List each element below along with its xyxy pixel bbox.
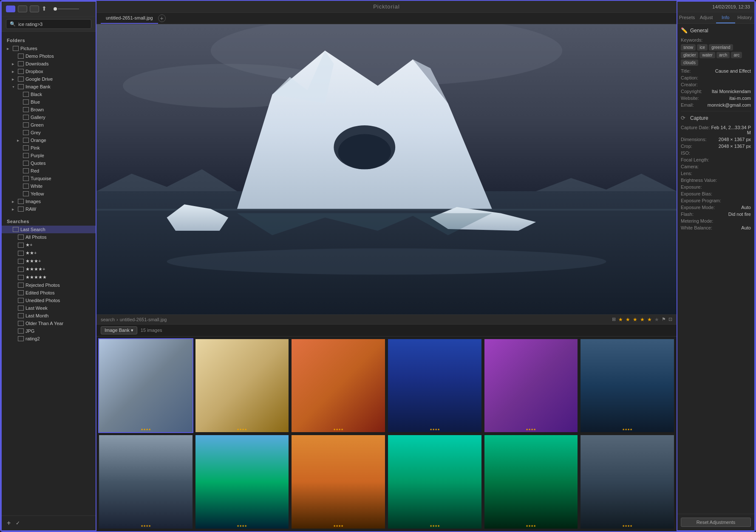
thumbnail-6[interactable]: ★★★★: [580, 338, 675, 433]
edit-search-button[interactable]: ✓: [16, 519, 20, 527]
title-label: Title:: [681, 68, 691, 74]
search-last-month[interactable]: Last Month: [2, 312, 96, 320]
search-label-rating2: rating2: [25, 336, 91, 341]
rating-bar[interactable]: ⊞ ★ ★ ★ ★ ★ ★ ⚑ ⊡: [612, 317, 672, 323]
star-2[interactable]: ★: [626, 317, 630, 323]
folder-black[interactable]: Black: [2, 91, 96, 98]
star-4[interactable]: ★: [640, 317, 645, 323]
search-rating2[interactable]: rating2: [2, 335, 96, 342]
folder-gallery[interactable]: Gallery: [2, 113, 96, 121]
folder-images[interactable]: Images: [2, 198, 96, 205]
folder-dropbox[interactable]: Dropbox: [2, 68, 96, 75]
thumbnail-1[interactable]: ★★★★: [98, 338, 193, 433]
album-name: Image Bank: [105, 328, 130, 333]
thumbnail-7[interactable]: ★★★★: [98, 434, 193, 529]
keywords-row: Keywords:: [681, 37, 751, 42]
search-label-3star: ★★★+: [25, 258, 91, 264]
folder-pictures[interactable]: Pictures: [2, 45, 96, 52]
folder-orange[interactable]: Orange: [2, 136, 96, 144]
reset-adjustments-button[interactable]: Reset Adjustments: [681, 518, 751, 527]
folder-downloads[interactable]: Downloads: [2, 60, 96, 68]
search-5star[interactable]: ★★★★★: [2, 273, 96, 281]
folder-pink[interactable]: Pink: [2, 144, 96, 152]
tab-history[interactable]: History: [735, 12, 754, 23]
tab-info[interactable]: Info: [716, 12, 735, 23]
search-result-icon: [18, 321, 24, 326]
brightness-label: Brightness Value:: [681, 178, 717, 183]
size-slider[interactable]: [54, 7, 79, 11]
folder-raw[interactable]: RAW: [2, 205, 96, 213]
crop-label: Crop:: [681, 144, 692, 149]
folder-blue[interactable]: Blue: [2, 98, 96, 106]
email-label: Email:: [681, 102, 694, 108]
breadcrumb-part2: untitled-2651-small.jpg: [120, 317, 167, 322]
search-last-week[interactable]: Last Week: [2, 304, 96, 312]
search-field[interactable]: 🔍 ice rating>3: [6, 19, 91, 29]
share-icon[interactable]: ⬆: [42, 5, 49, 13]
search-edited[interactable]: Edited Photos: [2, 289, 96, 297]
album-select[interactable]: Image Bank ▾: [101, 326, 137, 334]
folder-icon: [23, 130, 29, 135]
star-6[interactable]: ★: [654, 317, 659, 323]
folder-purple[interactable]: Purple: [2, 152, 96, 159]
thumbnail-8[interactable]: ★★★★: [195, 434, 290, 529]
svg-point-8: [338, 134, 391, 170]
search-jpg[interactable]: JPG: [2, 327, 96, 335]
search-unedited[interactable]: Unedited Photos: [2, 297, 96, 304]
search-label-5star: ★★★★★: [25, 274, 91, 280]
capture-date-value: Feb 14, 2...33:34 PM: [710, 125, 751, 135]
thumbnail-12[interactable]: ★★★★: [580, 434, 675, 529]
focal-row: Focal Length:: [681, 157, 751, 162]
view-list-button[interactable]: [18, 6, 27, 12]
folder-grey[interactable]: Grey: [2, 129, 96, 136]
thumbnail-2[interactable]: ★★★★: [195, 338, 290, 433]
search-3star[interactable]: ★★★+: [2, 257, 96, 265]
star-3[interactable]: ★: [633, 317, 637, 323]
add-tab-button[interactable]: +: [158, 14, 166, 22]
star-1[interactable]: ★: [618, 317, 623, 323]
search-rejected[interactable]: Rejected Photos: [2, 281, 96, 289]
star-5[interactable]: ★: [647, 317, 652, 323]
folder-turquoise[interactable]: Turquoise: [2, 175, 96, 182]
general-section-header: ✏️ General: [681, 27, 751, 34]
thumbnail-4[interactable]: ★★★★: [387, 338, 482, 433]
folder-yellow[interactable]: Yellow: [2, 190, 96, 198]
tab-presets[interactable]: Presets: [677, 12, 697, 23]
search-all-photos[interactable]: All Photos: [2, 233, 96, 241]
metering-label: Metering Mode:: [681, 218, 713, 224]
search-1star[interactable]: ★+: [2, 241, 96, 249]
slider-line: [58, 8, 79, 9]
tab-adjust[interactable]: Adjust: [697, 12, 716, 23]
search-older[interactable]: Older Than A Year: [2, 320, 96, 327]
search-last-search[interactable]: Last Search: [2, 226, 96, 233]
thumbnail-11[interactable]: ★★★★: [484, 434, 579, 529]
lens-row: Lens:: [681, 171, 751, 176]
folder-green[interactable]: Green: [2, 121, 96, 129]
exposure-label: Exposure:: [681, 184, 702, 190]
folder-icon: [18, 84, 24, 89]
folder-red[interactable]: Red: [2, 167, 96, 175]
folder-demo-photos[interactable]: Demo Photos: [2, 52, 96, 60]
folder-brown[interactable]: Brown: [2, 106, 96, 113]
search-2star[interactable]: ★★+: [2, 249, 96, 257]
add-search-button[interactable]: +: [7, 519, 11, 527]
folder-google-drive[interactable]: Google Drive: [2, 75, 96, 83]
thumbnail-5[interactable]: ★★★★: [484, 338, 579, 433]
search-4star[interactable]: ★★★★+: [2, 265, 96, 273]
folder-white[interactable]: White: [2, 182, 96, 190]
thumbnail-9[interactable]: ★★★★: [291, 434, 386, 529]
view-preview-button[interactable]: [30, 6, 39, 12]
kw-clouds: clouds: [681, 59, 698, 66]
thumbnail-10[interactable]: ★★★★: [387, 434, 482, 529]
folder-quotes[interactable]: Quotes: [2, 159, 96, 167]
folder-icon: [23, 99, 29, 105]
main-image-container[interactable]: [96, 24, 677, 314]
tab-untitled[interactable]: untitled-2651-small.jpg: [101, 13, 158, 24]
folder-label-pictures: Pictures: [20, 46, 91, 51]
copyright-label: Copyright:: [681, 89, 702, 94]
exposure-program-row: Exposure Program:: [681, 198, 751, 203]
search-result-icon: [18, 298, 24, 303]
thumbnail-3[interactable]: ★★★★: [291, 338, 386, 433]
view-grid-button[interactable]: [6, 6, 15, 12]
folder-image-bank[interactable]: Image Bank: [2, 83, 96, 91]
